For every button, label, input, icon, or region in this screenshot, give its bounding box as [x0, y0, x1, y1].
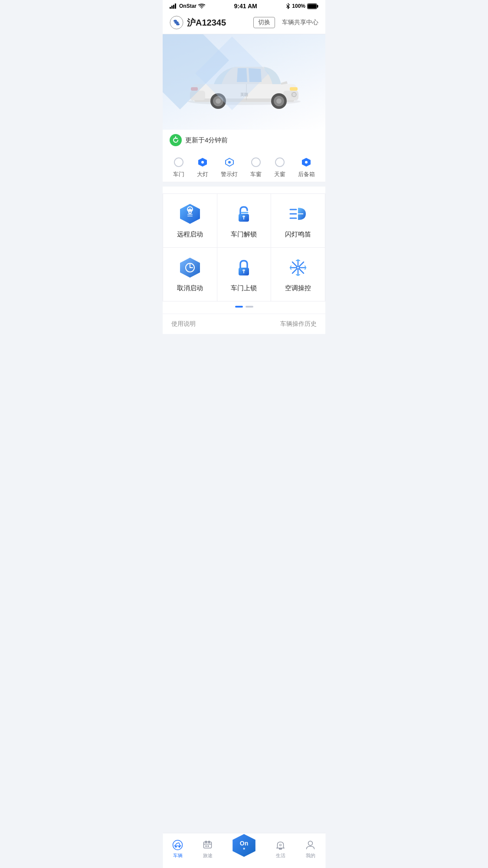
history-link[interactable]: 车辆操作历史	[280, 320, 317, 328]
remote-start-label: 远程启动	[177, 230, 203, 239]
svg-rect-6	[308, 4, 316, 8]
wifi-icon	[198, 3, 205, 9]
door-status-label: 车门	[173, 170, 184, 178]
door-lock-icon	[233, 256, 255, 279]
update-status-bar: 更新于4分钟前	[163, 130, 325, 151]
door-status-icon	[174, 157, 183, 167]
door-lock-button[interactable]: 车门上锁	[217, 248, 272, 301]
header: 沪A12345 切换 车辆共享中心	[163, 11, 325, 34]
trunk-status-label: 后备箱	[298, 170, 315, 178]
battery-icon	[307, 3, 318, 9]
remote-start-icon	[179, 203, 201, 225]
svg-rect-39	[187, 214, 193, 215]
hazard-status-icon	[225, 157, 234, 167]
cancel-start-label: 取消启动	[177, 284, 203, 292]
flash-horn-button[interactable]: 闪灯鸣笛	[271, 194, 325, 248]
status-right: 100%	[286, 3, 318, 9]
switch-button[interactable]: 切换	[253, 17, 275, 28]
svg-point-20	[276, 98, 282, 104]
update-text: 更新于4分钟前	[185, 136, 228, 144]
svg-point-30	[201, 161, 204, 164]
status-time: 9:41 AM	[234, 3, 257, 10]
remote-start-button[interactable]: 远程启动	[163, 194, 217, 248]
status-item-window: 车窗	[250, 157, 262, 178]
instructions-link[interactable]: 使用说明	[171, 320, 196, 328]
flash-horn-icon	[287, 203, 309, 225]
bluetooth-icon	[286, 3, 290, 9]
footer-links: 使用说明 车辆操作历史	[163, 314, 325, 334]
sunroof-status-icon	[275, 157, 285, 167]
cancel-start-icon	[179, 256, 201, 279]
window-status-icon	[251, 157, 261, 167]
share-center-link[interactable]: 车辆共享中心	[282, 19, 318, 26]
pagination-dot-1	[235, 306, 243, 308]
cancel-start-button[interactable]: 取消启动	[163, 248, 217, 301]
status-item-hazard: 警示灯	[221, 157, 238, 178]
grid-pagination	[163, 301, 325, 310]
pagination-dot-2	[246, 306, 253, 308]
status-bar: OnStar 9:41 AM 100%	[163, 0, 325, 11]
status-item-door: 车门	[173, 157, 184, 178]
ac-control-icon	[287, 256, 309, 279]
buick-logo	[170, 16, 183, 29]
svg-point-10	[176, 23, 180, 26]
hazard-status-label: 警示灯	[221, 170, 238, 178]
ac-control-button[interactable]: 空调操控	[271, 248, 325, 301]
status-item-light: 大灯	[197, 157, 208, 178]
svg-rect-2	[173, 5, 174, 9]
battery-text: 100%	[292, 3, 305, 9]
svg-point-32	[228, 161, 231, 164]
door-unlock-icon	[233, 203, 255, 225]
sunroof-status-label: 天窗	[274, 170, 285, 178]
door-lock-label: 车门上锁	[231, 284, 257, 292]
carrier-label: OnStar	[179, 3, 197, 9]
action-grid: 远程启动	[163, 193, 325, 301]
svg-rect-5	[317, 5, 318, 7]
svg-rect-1	[171, 6, 173, 9]
refresh-icon	[170, 134, 182, 146]
flash-horn-label: 闪灯鸣笛	[285, 230, 311, 239]
svg-rect-0	[170, 7, 171, 9]
signal-icon	[170, 3, 177, 9]
svg-rect-45	[242, 216, 245, 217]
light-status-label: 大灯	[197, 170, 208, 178]
ac-control-label: 空调操控	[285, 284, 311, 292]
status-item-trunk: 后备箱	[298, 157, 315, 178]
svg-point-23	[216, 98, 221, 104]
trunk-status-icon	[301, 157, 311, 167]
svg-rect-57	[242, 269, 245, 271]
light-status-icon	[198, 157, 207, 167]
svg-point-33	[252, 158, 260, 167]
status-indicators: 车门 大灯 警示灯 车窗 天窗 后备箱	[163, 151, 325, 182]
door-unlock-label: 车门解锁	[231, 230, 257, 239]
status-item-sunroof: 天窗	[274, 157, 285, 178]
status-left: OnStar	[170, 3, 205, 9]
svg-rect-16	[290, 87, 298, 91]
svg-point-28	[174, 158, 183, 167]
car-hero-section: 英朗	[163, 34, 325, 130]
svg-point-36	[305, 161, 308, 164]
action-grid-container: 远程启动	[163, 187, 325, 314]
svg-point-34	[275, 158, 284, 167]
svg-rect-3	[175, 3, 176, 9]
window-status-label: 车窗	[250, 170, 262, 178]
svg-point-64	[297, 267, 299, 269]
plate-number: 沪A12345	[187, 17, 250, 29]
door-unlock-button[interactable]: 车门解锁	[217, 194, 272, 248]
svg-rect-40	[187, 216, 193, 216]
